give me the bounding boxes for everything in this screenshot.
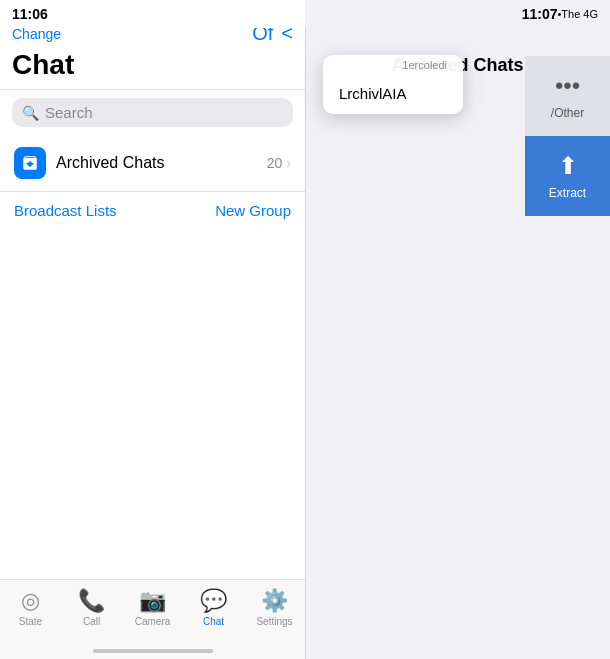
archived-chats-label: Archived Chats xyxy=(56,154,267,172)
extract-label: Extract xyxy=(549,186,586,200)
tab-chat-label: Chat xyxy=(203,616,224,627)
tab-chat[interactable]: 💬 Chat xyxy=(186,588,241,627)
archive-icon xyxy=(14,147,46,179)
archive-svg xyxy=(21,154,39,172)
tab-settings[interactable]: ⚙️ Settings xyxy=(247,588,302,627)
tab-camera-label: Camera xyxy=(135,616,171,627)
broadcast-lists-link[interactable]: Broadcast Lists xyxy=(14,202,117,219)
archived-chats-row[interactable]: Archived Chats 20 › xyxy=(0,135,305,192)
other-button[interactable]: ••• /Other xyxy=(525,56,610,136)
left-panel: 11:06 Change Of < Chat 🔍 Search Archived… xyxy=(0,0,305,659)
tab-state[interactable]: ◎ State xyxy=(3,588,58,627)
tab-bar: ◎ State 📞 Call 📷 Camera 💬 Chat ⚙️ Settin… xyxy=(0,579,305,659)
search-bar[interactable]: 🔍 Search xyxy=(12,98,293,127)
new-group-link[interactable]: New Group xyxy=(215,202,291,219)
context-menu: 1ercoledi LrchivlAIA xyxy=(323,55,463,114)
extract-icon: ⬆ xyxy=(558,152,578,180)
bottom-links: Broadcast Lists New Group xyxy=(0,192,305,229)
tab-call[interactable]: 📞 Call xyxy=(64,588,119,627)
left-time: 11:06 xyxy=(12,6,48,22)
panel-divider xyxy=(305,0,306,659)
camera-icon: 📷 xyxy=(139,588,166,614)
state-icon: ◎ xyxy=(21,588,40,614)
tab-state-label: State xyxy=(19,616,42,627)
context-date: 1ercoledi xyxy=(323,55,463,73)
tab-camera[interactable]: 📷 Camera xyxy=(125,588,180,627)
call-icon: 📞 xyxy=(78,588,105,614)
home-indicator xyxy=(93,649,213,653)
extract-button[interactable]: ⬆ Extract xyxy=(525,136,610,216)
search-placeholder-text: Search xyxy=(45,104,93,121)
archived-count: 20 xyxy=(267,155,283,171)
status-bar-left: 11:06 xyxy=(0,0,305,28)
status-bar-right: 11:07 •The 4G xyxy=(305,0,610,28)
search-icon: 🔍 xyxy=(22,105,39,121)
tab-settings-label: Settings xyxy=(256,616,292,627)
context-archive-item[interactable]: LrchivlAIA xyxy=(323,73,463,114)
chat-icon: 💬 xyxy=(200,588,227,614)
chevron-right-icon: › xyxy=(286,155,291,171)
settings-icon: ⚙️ xyxy=(261,588,288,614)
other-label: /Other xyxy=(551,106,584,120)
right-panel: 11:07 •The 4G Archived Chats 1ercoledi L… xyxy=(305,0,610,659)
tab-call-label: Call xyxy=(83,616,100,627)
right-signal: •The 4G xyxy=(557,8,598,20)
more-icon: ••• xyxy=(555,72,580,100)
right-time: 11:07 xyxy=(522,6,558,22)
right-toolbar: ••• /Other ⬆ Extract xyxy=(525,56,610,216)
app-title: Chat xyxy=(12,49,293,81)
